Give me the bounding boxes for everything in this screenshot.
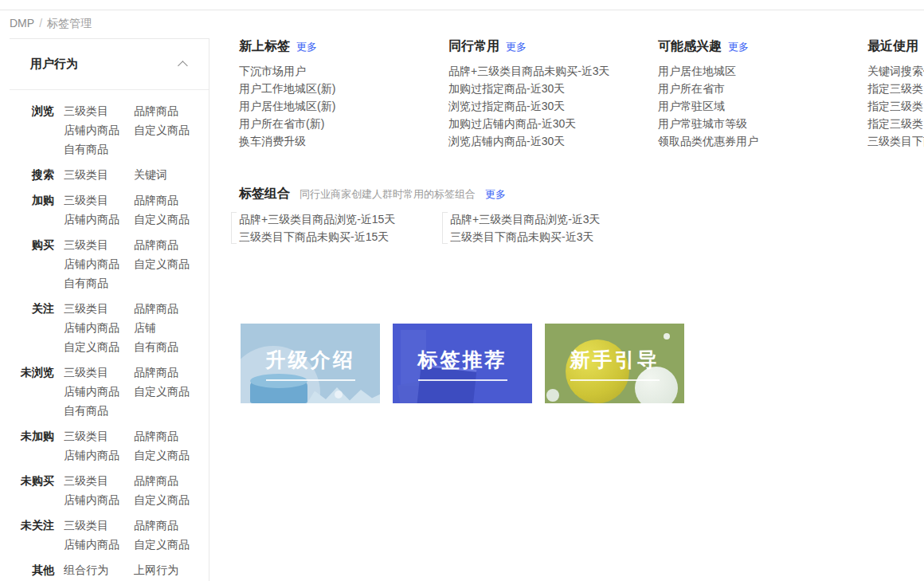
combo-section-title: 标签组合 [239,186,290,202]
chevron-up-icon[interactable] [178,61,188,71]
banner-newbie-guide[interactable]: 新手引导 [545,324,684,403]
sidebar-tag-item[interactable]: 店铺内商品 [64,254,134,273]
tag-column-header: 可能感兴趣 更多 [658,38,853,55]
sidebar-tag-item[interactable]: 关键词 [134,165,167,184]
dmp-tag-management-page: DMP/标签管理 用户行为 浏览 三级类目品牌商品店铺内商品自定义商品自有商品 … [0,0,924,581]
sidebar-tag-item[interactable]: 店铺内商品 [64,382,134,401]
sidebar-tag-item[interactable]: 品牌商品 [134,363,190,382]
sidebar-tag-item[interactable]: 三级类目 [64,165,134,184]
more-link[interactable]: 更多 [728,40,749,54]
sidebar-group: 购买 三级类目品牌商品店铺内商品自定义商品自有商品 [10,235,209,292]
sidebar-group-label: 加购 [10,190,54,229]
sidebar-tag-item[interactable]: 三级类目 [64,299,134,318]
tag-item[interactable]: 用户常驻城市等级 [658,115,853,132]
sidebar-tag-item[interactable]: 组合行为 [64,560,134,579]
banner-upgrade-intro[interactable]: 升级介绍 [241,324,380,403]
sidebar-tag-item[interactable]: 自定义商品 [134,490,190,509]
sidebar-tag-item[interactable]: 品牌商品 [134,235,190,254]
sidebar-tag-item[interactable]: 自定义商品 [134,535,190,554]
tag-column-title: 新上标签 [239,38,290,55]
sidebar-tag-item[interactable]: 店铺内商品 [64,446,134,465]
sidebar-tag-item[interactable]: 店铺内商品 [64,490,134,509]
sidebar-tag-item[interactable]: 店铺内商品 [64,120,134,139]
tag-item[interactable]: 加购过店铺内商品-近30天 [448,115,644,132]
tag-item[interactable]: 加购过指定商品-近30天 [448,80,644,97]
tag-item[interactable]: 用户所在省市(新) [239,115,434,132]
banner-label: 升级介绍 [266,347,355,381]
combo-card[interactable]: 品牌+三级类目商品浏览-近15天三级类目下商品未购买-近15天 [231,210,430,245]
sidebar-tag-item[interactable]: 自有商品 [64,139,134,159]
sidebar-group-label: 关注 [10,299,54,356]
sidebar-tag-item[interactable]: 品牌商品 [134,426,190,446]
sidebar-group: 其他 组合行为上网行为 [10,560,209,579]
tag-column: 新上标签 更多 下沉市场用户用户工作地城区(新)用户居住地城区(新)用户所在省市… [239,38,434,150]
banner-label-wrap: 新手引导 [545,324,684,403]
sidebar-tag-item[interactable]: 自定义商品 [134,254,190,273]
tag-item[interactable]: 浏览过指定商品-近30天 [448,97,644,115]
sidebar-tag-item[interactable]: 三级类目 [64,101,134,120]
sidebar-group-items: 三级类目品牌商品店铺内商品自定义商品 [64,190,190,229]
tag-item[interactable]: 指定三级类目 [867,80,924,97]
more-link[interactable]: 更多 [506,40,527,54]
tag-column-title: 同行常用 [448,38,499,55]
tag-list: 关键词搜索偏好指定三级类目指定三级类目指定三级类目三级类目下商品 [867,62,924,150]
tag-item[interactable]: 领取品类优惠券用户 [658,132,853,150]
sidebar-tag-item[interactable]: 自定义商品 [64,337,134,356]
breadcrumb-root[interactable]: DMP [10,17,34,29]
sidebar-group-items: 三级类目品牌商品店铺内商品自定义商品 [64,471,190,509]
banner-label-wrap: 升级介绍 [241,324,380,403]
sidebar-group-items: 三级类目品牌商品店铺内商品自定义商品 [64,426,190,465]
sidebar-tag-item[interactable]: 品牌商品 [134,101,190,120]
sidebar-tag-item[interactable]: 三级类目 [64,516,134,535]
sidebar-group: 未购买 三级类目品牌商品店铺内商品自定义商品 [10,471,209,509]
sidebar-tag-item[interactable]: 店铺内商品 [64,318,134,337]
sidebar-tag-item[interactable]: 店铺 [134,318,178,337]
sidebar-tag-item[interactable]: 自定义商品 [134,120,190,139]
tag-column-title: 可能感兴趣 [658,38,722,55]
tag-item[interactable]: 换车消费升级 [239,132,434,150]
tag-item[interactable]: 用户居住地城区 [658,62,853,80]
tag-item[interactable]: 用户居住地城区(新) [239,97,434,115]
sidebar-tag-item[interactable]: 自定义商品 [134,446,190,465]
banner-tag-recommend[interactable]: 标签推荐 [393,324,532,403]
sidebar-tag-item[interactable]: 品牌商品 [134,190,190,210]
sidebar-tag-item[interactable]: 店铺内商品 [64,210,134,229]
combo-tag-line: 三级类目下商品未购买-近3天 [450,228,641,245]
more-link[interactable]: 更多 [296,40,317,54]
tag-item[interactable]: 用户工作地城区(新) [239,80,434,97]
sidebar-tag-item[interactable]: 自有商品 [64,401,134,420]
sidebar-tag-item[interactable]: 品牌商品 [134,471,190,490]
tag-item[interactable]: 指定三级类目 [867,97,924,115]
sidebar-tag-item[interactable]: 店铺内商品 [64,535,134,554]
banner-label: 标签推荐 [418,347,507,381]
tag-item[interactable]: 用户所在省市 [658,80,853,97]
sidebar-group: 搜索 三级类目关键词 [10,165,209,184]
tag-column-title: 最近使用 [867,38,918,55]
tag-column-header: 同行常用 更多 [448,38,644,55]
sidebar-tag-item[interactable]: 自有商品 [64,273,134,292]
sidebar-tag-item[interactable]: 三级类目 [64,235,134,254]
sidebar-tag-item[interactable]: 品牌商品 [134,516,190,535]
sidebar-tag-item[interactable]: 品牌商品 [134,299,178,318]
combo-tag-line: 品牌+三级类目商品浏览-近3天 [450,210,641,228]
sidebar-tag-item[interactable]: 自定义商品 [134,210,190,229]
sidebar-tag-item[interactable]: 三级类目 [64,363,134,382]
tag-item[interactable]: 浏览店铺内商品-近30天 [448,132,644,150]
sidebar-tag-item[interactable]: 自有商品 [134,337,178,356]
combo-card[interactable]: 品牌+三级类目商品浏览-近3天三级类目下商品未购买-近3天 [442,210,641,245]
tag-item[interactable]: 指定三级类目 [867,115,924,132]
tag-item[interactable]: 关键词搜索偏好 [867,62,924,80]
sidebar-tag-item[interactable]: 上网行为 [134,560,178,579]
tag-item[interactable]: 品牌+三级类目商品未购买-近3天 [448,62,644,80]
sidebar-group: 关注 三级类目品牌商品店铺内商品店铺自定义商品自有商品 [10,299,209,356]
tag-item[interactable]: 下沉市场用户 [239,62,434,80]
sidebar-tag-item[interactable]: 自定义商品 [134,382,190,401]
tag-item[interactable]: 用户常驻区域 [658,97,853,115]
sidebar-tag-item[interactable]: 三级类目 [64,426,134,446]
combo-tag-line: 三级类目下商品未购买-近15天 [239,228,430,245]
combo-more-link[interactable]: 更多 [485,187,506,202]
sidebar-tag-item[interactable]: 三级类目 [64,190,134,210]
sidebar-group-items: 组合行为上网行为 [64,560,178,579]
tag-item[interactable]: 三级类目下商品 [867,132,924,150]
sidebar-tag-item[interactable]: 三级类目 [64,471,134,490]
